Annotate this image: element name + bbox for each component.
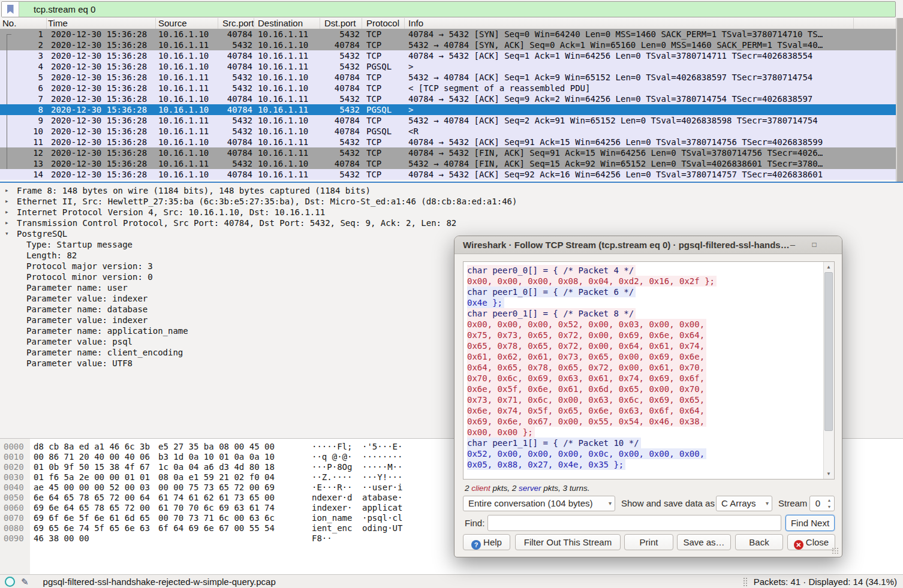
hex-bytes: 08 0a e1 59 21 02 f0 04	[158, 472, 275, 483]
expand-arrow-icon[interactable]: ▸	[5, 196, 14, 207]
column-header-destination[interactable]: Destination	[254, 18, 320, 29]
packet-row[interactable]: 122020-12-30 15:36:2810.16.1.104078410.1…	[0, 147, 896, 158]
packet-cell: 3	[14, 50, 47, 61]
hex-offset: 0080	[0, 523, 29, 533]
resize-grip[interactable]	[832, 547, 839, 555]
hex-bytes: e5 27 35 ba 08 00 45 00	[158, 442, 275, 452]
packet-cell: >	[405, 104, 896, 115]
packet-cell: 5432	[218, 72, 254, 83]
packet-row[interactable]: 72020-12-30 15:36:2810.16.1.104078410.16…	[0, 94, 896, 104]
spinner-down-icon[interactable]: ▼	[826, 503, 833, 510]
save-as-button[interactable]: Save as…	[677, 534, 731, 550]
packet-row[interactable]: 132020-12-30 15:36:2810.16.1.11543210.16…	[0, 158, 896, 169]
maximize-icon[interactable]: □	[807, 236, 821, 254]
display-filter-field[interactable]: tcp.stream eq 0	[1, 1, 896, 17]
packet-cell: 40784	[218, 137, 254, 147]
packet-row[interactable]: 62020-12-30 15:36:2810.16.1.11543210.16.…	[0, 83, 896, 94]
packet-cell: 40784	[320, 40, 362, 50]
scrollbar-thumb[interactable]	[824, 272, 833, 431]
client-data: 0x73, 0x71, 0x6c, 0x00, 0x63, 0x6c, 0x69…	[467, 394, 706, 405]
format-select[interactable]: C Arrays ▾	[716, 496, 772, 511]
packet-cell: 2020-12-30 15:36:28	[47, 29, 156, 40]
packet-cell: 10.16.1.11	[254, 50, 320, 61]
expert-info-icon[interactable]	[5, 577, 15, 587]
server-data: char peer1_0[] = { /* Packet 6 */	[467, 287, 636, 297]
packet-cell: 2020-12-30 15:36:28	[47, 158, 156, 169]
hex-ascii: ient_enc	[312, 523, 354, 533]
chevron-down-icon: ▾	[766, 496, 769, 511]
scroll-down-icon[interactable]: ▼	[824, 469, 833, 478]
detail-text: Parameter value: indexer	[26, 315, 148, 325]
stream-content[interactable]: char peer0_0[] = { /* Packet 4 */0x00, 0…	[463, 261, 835, 480]
hex-ascii: ···Y!···	[362, 472, 402, 483]
print-button[interactable]: Print	[624, 534, 673, 550]
detail-line[interactable]: ▸Ethernet II, Src: HewlettP_27:35:ba (6c…	[0, 196, 903, 207]
filter-out-stream-button[interactable]: Filter Out This Stream	[515, 534, 621, 550]
packet-row[interactable]: 82020-12-30 15:36:2810.16.1.104078410.16…	[0, 104, 896, 115]
stream-scrollbar[interactable]: ▲ ▼	[823, 262, 834, 479]
hex-bytes: 01 f6 5a 2e 00 00 01 01	[34, 472, 150, 483]
filter-bookmark-button[interactable]	[2, 2, 19, 17]
hex-ascii: ··Z.····	[312, 472, 354, 483]
detail-line[interactable]: ▸Transmission Control Protocol, Src Port…	[0, 218, 903, 228]
packet-cell: 13	[14, 158, 47, 169]
hex-offset: 0010	[0, 452, 29, 462]
spinner-up-icon[interactable]: ▲	[826, 497, 833, 503]
packet-row[interactable]: 112020-12-30 15:36:2810.16.1.104078410.1…	[0, 137, 896, 147]
column-header-srcport[interactable]: Src.port	[218, 18, 254, 29]
stream-line: 0x00, 0x00, 0x00, 0x52, 0x00, 0x03, 0x00…	[467, 319, 821, 330]
hex-ascii: ·····Fl;	[312, 442, 354, 452]
scroll-up-icon[interactable]: ▲	[824, 263, 833, 272]
packet-row[interactable]: 142020-12-30 15:36:2810.16.1.104078410.1…	[0, 169, 896, 180]
close-button[interactable]: ✕Close	[787, 534, 835, 550]
minimize-icon[interactable]: –	[785, 236, 800, 254]
column-header-info[interactable]: Info	[405, 18, 854, 29]
packet-row[interactable]: 42020-12-30 15:36:2810.16.1.104078410.16…	[0, 61, 896, 72]
packet-cell: 10.16.1.10	[156, 29, 218, 40]
expand-arrow-icon[interactable]: ▾	[5, 228, 14, 239]
expand-arrow-icon[interactable]: ▸	[5, 218, 14, 228]
column-header-protocol[interactable]: Protocol	[362, 18, 405, 29]
find-next-button[interactable]: Find Next	[785, 515, 835, 531]
display-filter-input[interactable]: tcp.stream eq 0	[19, 4, 95, 14]
packet-row[interactable]: 102020-12-30 15:36:2810.16.1.11543210.16…	[0, 126, 896, 137]
packet-cell: 10.16.1.11	[156, 40, 218, 50]
help-button[interactable]: ?Help	[463, 534, 510, 550]
packet-list-scrollbar[interactable]	[896, 18, 903, 182]
find-input[interactable]	[487, 515, 781, 531]
packet-cell: 7	[14, 94, 47, 104]
hex-ascii: ········	[362, 452, 402, 462]
packet-row[interactable]: 92020-12-30 15:36:2810.16.1.11543210.16.…	[0, 115, 896, 126]
detail-text: Length: 82	[26, 250, 77, 261]
conversation-bracket	[0, 83, 14, 94]
conversation-select[interactable]: Entire conversation (104 bytes) ▾	[463, 496, 615, 511]
detail-line[interactable]: ▸Internet Protocol Version 4, Src: 10.16…	[0, 207, 903, 218]
expand-arrow-icon[interactable]: ▸	[5, 207, 14, 218]
detail-line[interactable]: ▸Frame 8: 148 bytes on wire (1184 bits),…	[0, 185, 903, 196]
column-header-dstport[interactable]: Dst.port	[320, 18, 362, 29]
stream-line: 0x05, 0x88, 0x27, 0x4e, 0x35 };	[467, 459, 821, 470]
packet-row[interactable]: 22020-12-30 15:36:2810.16.1.11543210.16.…	[0, 40, 896, 50]
packet-cell: 40784 → 5432 [FIN, ACK] Seq=91 Ack=15 Wi…	[405, 147, 896, 158]
packet-row[interactable]: 12020-12-30 15:36:2810.16.1.104078410.16…	[0, 29, 896, 40]
bookmark-icon	[7, 5, 14, 14]
packet-cell: 10.16.1.11	[156, 72, 218, 83]
dialog-titlebar[interactable]: Wireshark · Follow TCP Stream (tcp.strea…	[454, 236, 842, 254]
stream-number-spinner[interactable]: 0 ▲ ▼	[809, 496, 835, 511]
scrollbar-thumb[interactable]	[897, 18, 903, 182]
packet-cell: 40784 → 5432 [ACK] Seq=92 Ack=16 Win=642…	[405, 169, 896, 180]
packet-cell: 12	[14, 147, 47, 158]
expand-arrow-icon[interactable]: ▸	[5, 185, 14, 196]
packet-cell: < [TCP segment of a reassembled PDU]	[405, 83, 896, 94]
hex-offset: 0040	[0, 483, 29, 493]
back-button[interactable]: Back	[735, 534, 783, 550]
column-header-no[interactable]: No.	[0, 18, 47, 29]
column-header-source[interactable]: Source	[156, 18, 218, 29]
hex-bytes: 69 65 6e 74 5f 65 6e 63	[34, 523, 150, 533]
stream-line: 0x65, 0x78, 0x65, 0x72, 0x00, 0x64, 0x61…	[467, 340, 821, 351]
column-header-time[interactable]: Time	[47, 18, 156, 29]
capture-comment-icon[interactable]: ✎	[21, 577, 29, 587]
packet-row[interactable]: 52020-12-30 15:36:2810.16.1.11543210.16.…	[0, 72, 896, 83]
packet-row[interactable]: 32020-12-30 15:36:2810.16.1.104078410.16…	[0, 50, 896, 61]
packet-cell: 10.16.1.10	[254, 126, 320, 137]
